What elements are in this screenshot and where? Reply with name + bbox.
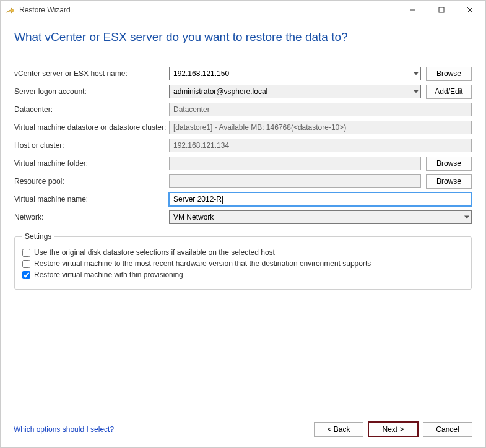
svg-rect-1 <box>439 7 444 12</box>
browse-vcenter-button[interactable]: Browse <box>426 67 472 81</box>
close-button[interactable] <box>456 1 484 19</box>
minimize-button[interactable] <box>399 1 427 19</box>
back-button[interactable]: < Back <box>314 422 363 437</box>
thin-provisioning-label: Restore virtual machine with thin provis… <box>34 270 183 279</box>
vmfolder-label: Virtual machine folder: <box>14 159 169 168</box>
browse-vmfolder-button[interactable]: Browse <box>426 157 472 171</box>
logon-combo[interactable] <box>169 85 421 98</box>
vcenter-label: vCenter server or ESX host name: <box>14 69 169 78</box>
restore-latest-hw-checkbox[interactable] <box>22 260 30 268</box>
help-link[interactable]: Which options should I select? <box>14 425 114 434</box>
app-icon <box>6 5 15 15</box>
page-heading: What vCenter or ESX server do you want t… <box>14 30 472 44</box>
maximize-button[interactable] <box>427 1 456 19</box>
use-original-datastore-label: Use the original disk datastore selectio… <box>34 248 275 257</box>
settings-group: Settings Use the original disk datastore… <box>14 232 472 290</box>
respool-field <box>169 174 421 188</box>
use-original-datastore-checkbox[interactable] <box>22 249 30 257</box>
host-field <box>169 139 472 152</box>
vcenter-combo[interactable] <box>169 67 421 80</box>
respool-label: Resource pool: <box>14 177 169 186</box>
datacenter-label: Datacenter: <box>14 105 169 114</box>
cancel-button[interactable]: Cancel <box>423 422 472 437</box>
vmname-input[interactable] <box>169 192 472 206</box>
thin-provisioning-checkbox[interactable] <box>22 271 30 279</box>
datastore-label: Virtual machine datastore or datastore c… <box>14 123 169 132</box>
browse-respool-button[interactable]: Browse <box>426 174 472 189</box>
window-title: Restore Wizard <box>19 6 399 14</box>
vmfolder-field <box>169 157 421 170</box>
next-button[interactable]: Next > <box>368 422 418 437</box>
datastore-field <box>169 121 472 134</box>
settings-legend: Settings <box>22 232 54 241</box>
vmname-label: Virtual machine name: <box>14 195 169 204</box>
logon-label: Server logon account: <box>14 87 169 96</box>
add-edit-button[interactable]: Add/Edit <box>426 85 472 99</box>
host-label: Host or cluster: <box>14 141 169 150</box>
datacenter-field <box>169 103 472 116</box>
network-label: Network: <box>14 213 169 222</box>
network-combo[interactable] <box>169 210 472 224</box>
restore-latest-hw-label: Restore virtual machine to the most rece… <box>34 259 371 268</box>
